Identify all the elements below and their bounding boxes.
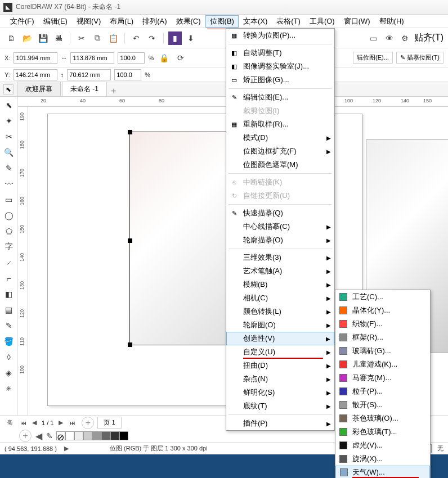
resize-handle[interactable] (128, 238, 132, 243)
menu-item[interactable]: 自定义(U)▶ (226, 345, 334, 359)
lock-icon[interactable]: 🔒 (157, 51, 171, 65)
menu-window[interactable]: 窗口(W) (339, 15, 375, 28)
import-icon[interactable]: ⬇ (184, 31, 198, 45)
submenu-item[interactable]: 儿童游戏(K)... (335, 358, 430, 371)
menu-item[interactable]: ▦转换为位图(P)... (226, 29, 334, 42)
submenu-item[interactable]: 茶色玻璃(O)... (335, 412, 430, 425)
menu-help[interactable]: 帮助(H) (375, 15, 409, 28)
resize-handle[interactable] (128, 342, 132, 347)
menu-item[interactable]: 三维效果(3)▶ (226, 251, 334, 264)
menu-item[interactable]: ✎快速描摹(Q) (226, 206, 334, 220)
menu-item[interactable]: 位图边框扩充(F)▶ (226, 145, 334, 158)
submenu-item[interactable]: 工艺(C)... (335, 290, 430, 304)
shape-tool-icon[interactable]: ✦ (3, 115, 15, 127)
menu-item[interactable]: 插件(P)▶ (226, 417, 334, 430)
color-swatch[interactable] (65, 431, 74, 440)
add-tab-button[interactable]: + (108, 86, 119, 96)
color-swatch[interactable] (110, 431, 119, 440)
submenu-item[interactable]: 晶体化(Y)... (335, 304, 430, 317)
first-page-icon[interactable]: ⏮ (19, 420, 27, 426)
menu-item[interactable]: 模式(D)▶ (226, 131, 334, 145)
menu-item[interactable]: ◧自动调整(T) (226, 46, 334, 60)
connector-icon[interactable]: ⌐ (3, 272, 15, 285)
preview-icon[interactable]: 👁 (383, 31, 396, 45)
pick-tool-icon[interactable]: ⬉ (3, 84, 14, 94)
menu-effects[interactable]: 效果(C) (172, 15, 205, 28)
menu-table[interactable]: 表格(T) (272, 15, 305, 28)
menu-file[interactable]: 文件(F) (6, 15, 39, 28)
copy-icon[interactable]: ⧉ (91, 31, 104, 45)
menu-item[interactable]: 创造性(V)▶ (226, 332, 334, 345)
width-input[interactable] (70, 52, 114, 64)
tab-document[interactable]: 未命名 -1 (62, 82, 107, 96)
freehand-tool-icon[interactable]: ✎ (3, 162, 15, 174)
drop-shadow-icon[interactable]: ◧ (3, 288, 15, 300)
color-swatch[interactable] (119, 431, 128, 440)
menu-item[interactable]: 底纹(T)▶ (226, 399, 334, 413)
page-tab[interactable]: 页 1 (97, 417, 121, 429)
submenu-item[interactable]: 虚光(V)... (335, 439, 430, 452)
polygon-tool-icon[interactable]: ⬠ (3, 225, 15, 237)
submenu-item[interactable]: 散开(S)... (335, 398, 430, 412)
menu-item[interactable]: 位图颜色遮罩(M) (226, 158, 334, 172)
add-page-button[interactable]: + (82, 417, 94, 429)
menu-edit[interactable]: 编辑(E) (39, 15, 72, 28)
crop-tool-icon[interactable]: ✂ (3, 130, 15, 143)
color-swatch[interactable] (83, 431, 92, 440)
submenu-item[interactable]: 旋涡(X)... (335, 452, 430, 466)
submenu-item[interactable]: 框架(R)... (335, 331, 430, 344)
menu-view[interactable]: 视图(V) (72, 15, 105, 28)
paste-icon[interactable]: 📋 (106, 31, 120, 45)
submenu-item[interactable]: 玻璃砖(G)... (335, 344, 430, 358)
menu-item[interactable]: 颜色转换(L)▶ (226, 305, 334, 318)
rotate-icon[interactable]: ⟳ (174, 51, 187, 65)
ruler-unit-icon[interactable]: 米 (3, 382, 15, 395)
scale-x-input[interactable] (118, 52, 145, 64)
submenu-item[interactable]: 彩色玻璃(T)... (335, 425, 430, 439)
menu-tools[interactable]: 工具(O) (305, 15, 339, 28)
menu-item[interactable]: 模糊(B)▶ (226, 278, 334, 291)
menu-item[interactable]: 中心线描摹(C)▶ (226, 220, 334, 233)
outline-tool-icon[interactable]: ◊ (3, 351, 15, 363)
play-icon[interactable]: ▶ (62, 445, 70, 452)
redo-icon[interactable]: ↷ (145, 31, 159, 45)
resize-handle[interactable] (128, 130, 132, 134)
menu-item[interactable]: 轮廓图(O)▶ (226, 318, 334, 332)
height-input[interactable] (67, 69, 111, 80)
eyedropper-icon[interactable]: ✎ (43, 429, 56, 443)
eyedropper-icon[interactable]: ✎ (3, 319, 15, 332)
menu-item[interactable]: 鲜明化(S)▶ (226, 386, 334, 399)
menu-arrange[interactable]: 排列(A) (138, 15, 171, 28)
launch-icon[interactable]: ▮ (168, 31, 182, 45)
scale-y-input[interactable] (114, 69, 141, 80)
menu-text[interactable]: 文本(X) (239, 15, 272, 28)
submenu-item[interactable]: 天气(W)... (335, 466, 430, 478)
tab-welcome[interactable]: 欢迎屏幕 (17, 82, 61, 96)
save-icon[interactable]: 💾 (36, 31, 50, 45)
menu-item[interactable]: ▦重新取样(R)... (226, 118, 334, 131)
cut-icon[interactable]: ✂ (75, 31, 88, 45)
pick-tool-icon[interactable]: ⬉ (3, 99, 15, 111)
add-color-button[interactable]: + (19, 430, 32, 442)
no-color-swatch[interactable]: ⊘ (56, 431, 65, 440)
print-icon[interactable]: 🖶 (52, 31, 65, 45)
trace-bitmap-button[interactable]: ✎ 描摹位图(T) (396, 52, 443, 64)
color-swatch[interactable] (101, 431, 110, 440)
options-icon[interactable]: ⚙ (398, 31, 412, 45)
menu-item[interactable]: 相机(C)▶ (226, 291, 334, 305)
menu-item[interactable]: 扭曲(D)▶ (226, 359, 334, 372)
menu-item[interactable]: 轮廓描摹(O)▶ (226, 233, 334, 247)
edit-bitmap-button[interactable]: 辑位图(E)... (353, 52, 393, 64)
palette-prev-icon[interactable]: ◀ (35, 431, 43, 441)
submenu-item[interactable]: 马赛克(M)... (335, 371, 430, 385)
undo-icon[interactable]: ↶ (129, 31, 143, 45)
next-page-icon[interactable]: ▶ (57, 419, 65, 426)
snap-dropdown[interactable]: 贴齐(T) (414, 32, 443, 44)
open-icon[interactable]: 📂 (20, 31, 34, 45)
y-position-input[interactable] (14, 69, 57, 80)
fullscreen-icon[interactable]: ▭ (367, 31, 380, 45)
menu-item[interactable]: ✎编辑位图(E)... (226, 91, 334, 104)
submenu-item[interactable]: 织物(F)... (335, 317, 430, 331)
new-icon[interactable]: 🗎 (5, 31, 18, 45)
x-position-input[interactable] (14, 52, 57, 64)
